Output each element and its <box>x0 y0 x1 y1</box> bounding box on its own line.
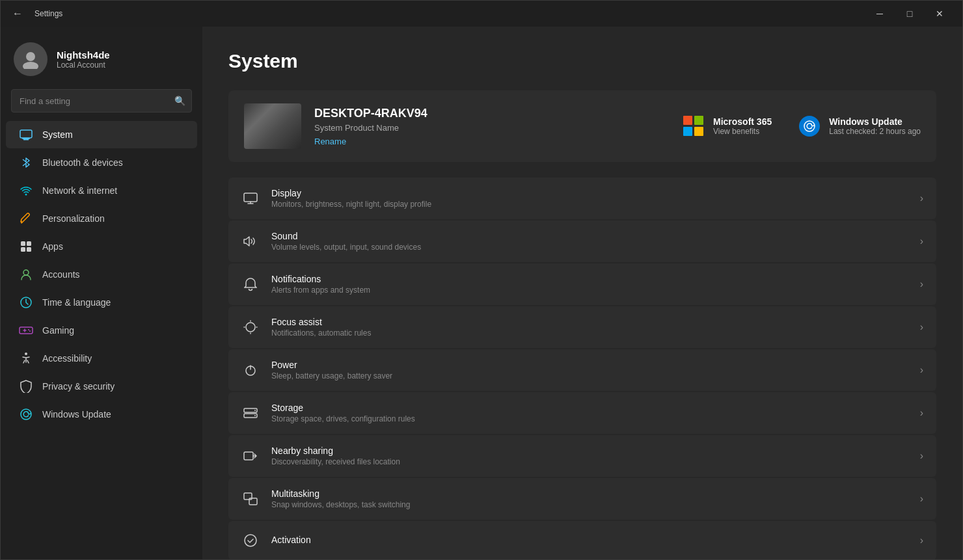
multitasking-icon <box>241 490 260 508</box>
sidebar-nav: System Bluetooth & devices <box>1 120 202 429</box>
setting-item-storage[interactable]: Storage Storage space, drives, configura… <box>228 392 936 434</box>
setting-desc-focus: Notifications, automatic rules <box>271 328 371 338</box>
network-icon <box>19 183 33 198</box>
titlebar: ← Settings ─ □ ✕ <box>1 1 962 27</box>
main-content: Nightsh4de Local Account 🔍 <box>1 27 962 559</box>
sound-icon <box>241 232 260 250</box>
sidebar-item-system[interactable]: System <box>6 121 197 148</box>
display-icon <box>241 189 260 207</box>
user-section[interactable]: Nightsh4de Local Account <box>1 32 202 89</box>
sidebar-item-privacy-label: Privacy & security <box>42 381 115 392</box>
sidebar-item-accessibility[interactable]: Accessibility <box>6 345 197 372</box>
device-right: Microsoft 365 View benefits <box>682 114 921 138</box>
setting-text-multitasking: Multitasking Snap windows, desktops, tas… <box>271 488 410 509</box>
ms365-subtitle: View benefits <box>713 127 772 136</box>
setting-item-focus[interactable]: Focus assist Notifications, automatic ru… <box>228 306 936 348</box>
setting-desc-notifications: Alerts from apps and system <box>271 286 370 295</box>
page-title: System <box>228 50 936 72</box>
setting-left-notifications: Notifications Alerts from apps and syste… <box>241 274 370 295</box>
nearby-icon <box>241 447 260 465</box>
setting-title-activation: Activation <box>271 535 311 545</box>
setting-item-nearby[interactable]: Nearby sharing Discoverability, received… <box>228 435 936 477</box>
sidebar-item-time[interactable]: Time & language <box>6 289 197 316</box>
user-name: Nightsh4de <box>57 49 110 60</box>
svg-rect-7 <box>27 241 31 246</box>
setting-left-power: Power Sleep, battery usage, battery save… <box>241 360 392 380</box>
setting-item-activation[interactable]: Activation › <box>228 521 936 559</box>
settings-list: Display Monitors, brightness, night ligh… <box>228 178 936 559</box>
search-input[interactable] <box>11 89 192 113</box>
accessibility-icon <box>19 351 33 366</box>
setting-desc-storage: Storage space, drives, configuration rul… <box>271 414 415 423</box>
chevron-multitasking: › <box>920 493 923 505</box>
gaming-icon <box>19 323 33 338</box>
svg-rect-17 <box>244 193 257 202</box>
device-product: System Product Name <box>314 123 427 133</box>
setting-desc-multitasking: Snap windows, desktops, task switching <box>271 500 410 509</box>
setting-title-sound: Sound <box>271 231 421 241</box>
minimize-button[interactable]: ─ <box>865 3 895 24</box>
svg-point-13 <box>29 330 31 332</box>
svg-point-12 <box>28 329 29 330</box>
setting-left-activation: Activation <box>241 531 311 550</box>
ms365-badge[interactable]: Microsoft 365 View benefits <box>682 114 772 138</box>
apps-icon <box>19 239 33 254</box>
maximize-button[interactable]: □ <box>895 3 925 24</box>
time-icon <box>19 295 33 310</box>
setting-item-sound[interactable]: Sound Volume levels, output, input, soun… <box>228 220 936 262</box>
setting-item-display[interactable]: Display Monitors, brightness, night ligh… <box>228 178 936 219</box>
sidebar-item-accounts[interactable]: Accounts <box>6 261 197 288</box>
focus-icon <box>241 318 260 336</box>
sidebar-item-update[interactable]: Windows Update <box>6 401 197 428</box>
chevron-sound: › <box>920 235 923 247</box>
setting-left-nearby: Nearby sharing Discoverability, received… <box>241 446 400 466</box>
search-icon: 🔍 <box>174 96 185 106</box>
svg-rect-3 <box>23 139 29 140</box>
system-icon <box>19 127 33 142</box>
setting-text-activation: Activation <box>271 535 311 546</box>
content-area: System DESKTOP-4RAKV94 System Product Na… <box>202 27 962 559</box>
device-rename-link[interactable]: Rename <box>314 137 427 146</box>
setting-left-focus: Focus assist Notifications, automatic ru… <box>241 317 371 338</box>
sidebar-item-update-label: Windows Update <box>42 409 111 420</box>
setting-left-multitasking: Multitasking Snap windows, desktops, tas… <box>241 488 410 509</box>
sidebar-item-personalization[interactable]: Personalization <box>6 205 197 232</box>
privacy-icon <box>19 379 33 393</box>
sidebar-item-gaming[interactable]: Gaming <box>6 317 197 344</box>
sidebar-item-privacy[interactable]: Privacy & security <box>6 373 197 400</box>
setting-item-multitasking[interactable]: Multitasking Snap windows, desktops, tas… <box>228 478 936 520</box>
device-card: DESKTOP-4RAKV94 System Product Name Rena… <box>228 90 936 162</box>
svg-point-10 <box>23 270 29 275</box>
user-info: Nightsh4de Local Account <box>57 49 110 70</box>
setting-text-display: Display Monitors, brightness, night ligh… <box>271 188 431 209</box>
svg-point-0 <box>26 52 35 61</box>
setting-text-storage: Storage Storage space, drives, configura… <box>271 403 415 423</box>
chevron-notifications: › <box>920 278 923 290</box>
svg-point-22 <box>254 415 256 416</box>
setting-title-display: Display <box>271 188 431 198</box>
sidebar-item-accounts-label: Accounts <box>42 269 80 280</box>
device-info: DESKTOP-4RAKV94 System Product Name Rena… <box>314 107 427 146</box>
device-left: DESKTOP-4RAKV94 System Product Name Rena… <box>244 103 427 149</box>
activation-icon <box>241 531 260 550</box>
back-button[interactable]: ← <box>8 5 27 23</box>
settings-window: ← Settings ─ □ ✕ Nightsh4de Local A <box>0 0 963 560</box>
sidebar-item-apps[interactable]: Apps <box>6 233 197 260</box>
device-image <box>244 103 301 149</box>
ms365-text: Microsoft 365 View benefits <box>713 116 772 136</box>
close-button[interactable]: ✕ <box>925 3 955 24</box>
setting-text-nearby: Nearby sharing Discoverability, received… <box>271 446 400 466</box>
power-icon <box>241 361 260 379</box>
windows-update-title: Windows Update <box>829 116 921 127</box>
sidebar-item-network[interactable]: Network & internet <box>6 177 197 204</box>
sidebar-item-bluetooth[interactable]: Bluetooth & devices <box>6 149 197 176</box>
sidebar-item-apps-label: Apps <box>42 241 63 252</box>
titlebar-controls: ─ □ ✕ <box>865 3 955 24</box>
setting-title-focus: Focus assist <box>271 317 371 327</box>
svg-rect-4 <box>22 138 30 139</box>
sidebar-item-network-label: Network & internet <box>42 185 117 196</box>
windows-update-badge[interactable]: Windows Update Last checked: 2 hours ago <box>798 114 921 138</box>
setting-item-notifications[interactable]: Notifications Alerts from apps and syste… <box>228 263 936 305</box>
setting-item-power[interactable]: Power Sleep, battery usage, battery save… <box>228 349 936 391</box>
windows-update-text: Windows Update Last checked: 2 hours ago <box>829 116 921 136</box>
